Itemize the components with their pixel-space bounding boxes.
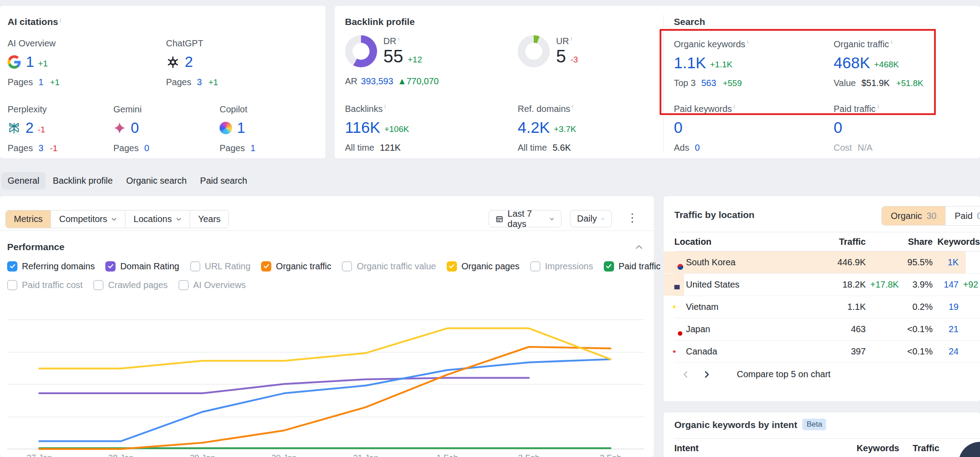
ai-metric-value[interactable]: 1 bbox=[26, 54, 34, 70]
ai-citation-metric: Perplexity 2 -1 Pages 3 -1 bbox=[8, 104, 58, 153]
stat-sub-value[interactable]: 563 bbox=[702, 78, 716, 88]
location-name: United States bbox=[686, 280, 821, 290]
checkbox-label: Organic pages bbox=[461, 261, 519, 272]
intent-table-header: Intent Keywords Traffic bbox=[674, 438, 980, 457]
pages-label: Pages bbox=[166, 77, 191, 87]
metrics-filter-group: MetricsCompetitorsLocationsYears bbox=[5, 210, 229, 228]
ai-metric-value[interactable]: 0 bbox=[131, 119, 139, 136]
stat-value[interactable]: 116K bbox=[345, 119, 380, 136]
traffic-value: 463 bbox=[821, 324, 866, 334]
info-icon[interactable]: i bbox=[734, 103, 735, 110]
keywords-link[interactable]: 147 bbox=[933, 280, 959, 290]
backlink-search-panel: Backlink profile DRi 55+12 AR393,593▲770… bbox=[335, 6, 980, 158]
checkbox-organic-traffic[interactable]: Organic traffic bbox=[261, 261, 331, 272]
stat-value[interactable]: 0 bbox=[674, 119, 682, 136]
checkbox-referring-domains[interactable]: Referring domains bbox=[7, 261, 95, 272]
checkbox-organic-traffic-value[interactable]: Organic traffic value bbox=[342, 261, 436, 272]
table-row[interactable]: South Korea 446.9K 95.5% 1K bbox=[674, 251, 980, 274]
pages-value[interactable]: 1 bbox=[38, 77, 43, 87]
checkbox-url-rating[interactable]: URL Rating bbox=[190, 261, 251, 272]
stat-sub-value[interactable]: 121K bbox=[380, 143, 401, 152]
next-page-icon[interactable] bbox=[702, 370, 711, 379]
table-row[interactable]: Canada 397 <0.1% 24 bbox=[674, 341, 980, 363]
organic-keywords-block: Organic keywordsi 1.1K +1.1K Top 3 563 +… bbox=[674, 38, 748, 88]
chart-line-domain-rating bbox=[39, 378, 529, 393]
share-value: 3.9% bbox=[897, 280, 933, 290]
pages-label: Pages bbox=[8, 77, 33, 87]
more-options-button[interactable]: ⋮ bbox=[627, 211, 638, 225]
table-row[interactable]: Vietnam 1.1K 0.2% 19 bbox=[674, 296, 980, 318]
stat-sub-label: Value bbox=[834, 78, 856, 88]
info-icon[interactable]: i bbox=[877, 103, 879, 110]
paid-keywords-block: Paid keywordsi 0 Ads 0 bbox=[674, 103, 735, 153]
x-axis-tick-label: 2 Feb bbox=[518, 453, 540, 457]
ai-metric-value[interactable]: 2 bbox=[185, 54, 193, 70]
pages-value[interactable]: 3 bbox=[38, 143, 43, 153]
table-row[interactable]: United States 18.2K +17.8K 3.9% 147 +92 bbox=[674, 274, 980, 296]
ai-metric-value[interactable]: 1 bbox=[237, 119, 245, 136]
stat-value[interactable]: 4.2K bbox=[518, 119, 550, 136]
checked-checkbox-icon bbox=[261, 261, 271, 272]
toggle-paid[interactable]: Paid0 bbox=[945, 206, 980, 225]
info-icon[interactable]: i bbox=[571, 35, 572, 42]
keywords-link[interactable]: 21 bbox=[933, 324, 959, 334]
checkbox-organic-pages[interactable]: Organic pages bbox=[447, 261, 519, 272]
granularity-button[interactable]: Daily bbox=[570, 210, 612, 227]
keywords-link[interactable]: 1K bbox=[933, 257, 959, 268]
checkbox-impressions[interactable]: Impressions bbox=[530, 261, 593, 272]
info-icon[interactable]: i bbox=[747, 38, 748, 45]
stat-sub-value[interactable]: 0 bbox=[695, 143, 700, 152]
stat-value[interactable]: 0 bbox=[834, 119, 842, 136]
stat-sub-value[interactable]: $51.9K bbox=[861, 78, 889, 88]
collapse-section-button[interactable] bbox=[635, 243, 644, 253]
stat-value[interactable]: 1.1K bbox=[674, 54, 706, 72]
openai-icon bbox=[166, 55, 180, 69]
competitors-button[interactable]: Competitors bbox=[50, 210, 125, 228]
info-icon[interactable]: i bbox=[60, 17, 61, 24]
tab-organic-search[interactable]: Organic search bbox=[120, 172, 193, 189]
info-icon[interactable]: i bbox=[384, 103, 386, 110]
pages-value[interactable]: 3 bbox=[197, 77, 202, 87]
toggle-organic[interactable]: Organic30 bbox=[882, 206, 945, 225]
locations-button[interactable]: Locations bbox=[125, 210, 190, 228]
chart-line-referring-domains bbox=[39, 359, 610, 441]
checkbox-paid-traffic[interactable]: Paid traffic bbox=[604, 261, 660, 272]
keywords-link[interactable]: 24 bbox=[933, 346, 959, 357]
keywords-link[interactable]: 19 bbox=[933, 302, 959, 312]
info-icon[interactable]: i bbox=[398, 35, 399, 42]
stat-sub-value[interactable]: 5.6K bbox=[552, 143, 571, 152]
organic-paid-toggle: Organic30 Paid0 bbox=[881, 206, 980, 226]
date-range-button[interactable]: Last 7 days bbox=[489, 210, 561, 227]
paid-traffic-block: Paid traffici 0 Cost N/A bbox=[834, 103, 879, 153]
domain-rating-block: DRi 55+12 bbox=[345, 35, 422, 69]
stat-value[interactable]: 468K bbox=[834, 54, 870, 72]
ai-citation-metric: AI Overview 1 +1 Pages 1 +1 bbox=[8, 38, 60, 87]
metrics-button[interactable]: Metrics bbox=[6, 210, 50, 228]
compare-top5-link[interactable]: Compare top 5 on chart bbox=[737, 369, 831, 379]
pages-value[interactable]: 0 bbox=[144, 143, 149, 153]
pages-delta: +1 bbox=[208, 78, 218, 87]
performance-chart[interactable] bbox=[0, 272, 654, 450]
info-icon[interactable]: i bbox=[572, 103, 573, 110]
search-title: Search bbox=[674, 16, 705, 27]
tab-backlink-profile[interactable]: Backlink profile bbox=[46, 172, 119, 189]
years-button[interactable]: Years bbox=[190, 210, 228, 228]
info-icon[interactable]: i bbox=[891, 38, 892, 45]
stat-sub-value[interactable]: N/A bbox=[858, 143, 872, 152]
pages-delta: +1 bbox=[50, 78, 60, 87]
stat-delta: +3.7K bbox=[554, 124, 576, 134]
checkbox-label: Domain Rating bbox=[120, 261, 179, 272]
ai-metric-value[interactable]: 2 bbox=[25, 119, 33, 136]
location-table-header: Location Traffic Share Keywords bbox=[674, 232, 980, 251]
prev-page-icon[interactable] bbox=[681, 370, 690, 379]
table-row[interactable]: Japan 463 <0.1% 21 bbox=[674, 318, 980, 341]
checkbox-domain-rating[interactable]: Domain Rating bbox=[105, 261, 179, 272]
pages-value[interactable]: 1 bbox=[250, 143, 255, 153]
ur-value: 5-3 bbox=[556, 47, 578, 69]
checkbox-label: URL Rating bbox=[205, 261, 251, 272]
tab-paid-search[interactable]: Paid search bbox=[194, 172, 253, 189]
tab-general[interactable]: General bbox=[1, 172, 46, 189]
checkbox-label: Organic traffic value bbox=[357, 261, 436, 272]
checked-checkbox-icon bbox=[7, 261, 17, 272]
ar-value[interactable]: 393,593 bbox=[361, 76, 393, 86]
